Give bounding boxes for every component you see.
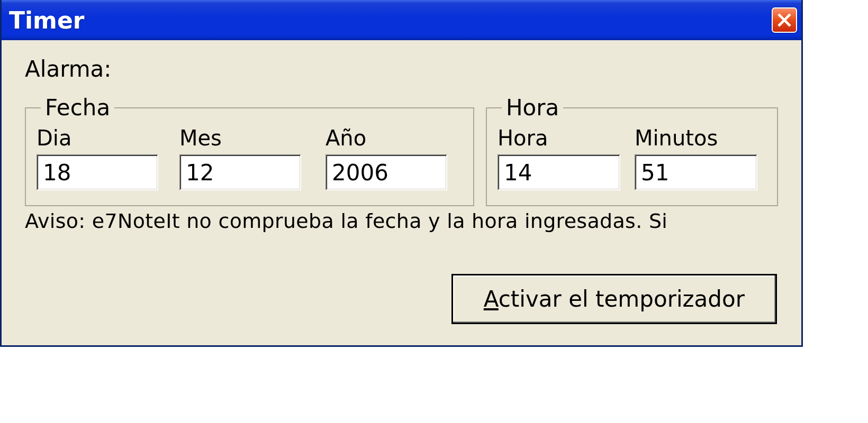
hora-fields: Hora Minutos (498, 126, 766, 190)
minutos-field-container: Minutos (635, 126, 766, 190)
minutos-label: Minutos (635, 126, 766, 150)
fecha-legend: Fecha (41, 95, 114, 121)
fecha-fields: Dia Mes Año (37, 126, 463, 190)
activate-button-label-rest: ctivar el temporizador (499, 286, 745, 312)
hora-input[interactable] (498, 154, 620, 190)
hora-fieldset: Hora Hora Minutos (486, 95, 778, 206)
mes-input[interactable] (179, 154, 301, 190)
fecha-fieldset: Fecha Dia Mes Año (25, 95, 474, 206)
window-title: Timer (9, 7, 84, 34)
alarm-label: Alarma: (25, 56, 778, 82)
dia-field-container: Dia (37, 126, 179, 190)
ano-label: Año (326, 126, 460, 150)
close-icon (777, 13, 792, 27)
activate-accel-char: A (484, 286, 499, 312)
hora-legend: Hora (502, 95, 563, 121)
warning-text: Aviso: e7NoteIt no comprueba la fecha y … (25, 209, 778, 233)
timer-window: Timer Alarma: Fecha Dia Mes (0, 0, 803, 347)
hora-label: Hora (498, 126, 635, 150)
activate-timer-button[interactable]: Activar el temporizador (451, 274, 777, 324)
close-button[interactable] (772, 7, 797, 33)
fieldsets-row: Fecha Dia Mes Año (25, 95, 778, 206)
window-content: Alarma: Fecha Dia Mes Año (2, 40, 801, 345)
hora-field-container: Hora (498, 126, 635, 190)
mes-field-container: Mes (179, 126, 326, 190)
minutos-input[interactable] (635, 154, 757, 190)
dia-input[interactable] (37, 154, 158, 190)
ano-input[interactable] (326, 154, 447, 190)
mes-label: Mes (179, 126, 326, 150)
dia-label: Dia (37, 126, 179, 150)
titlebar[interactable]: Timer (2, 0, 801, 40)
button-row: Activar el temporizador (25, 274, 778, 324)
ano-field-container: Año (326, 126, 460, 190)
